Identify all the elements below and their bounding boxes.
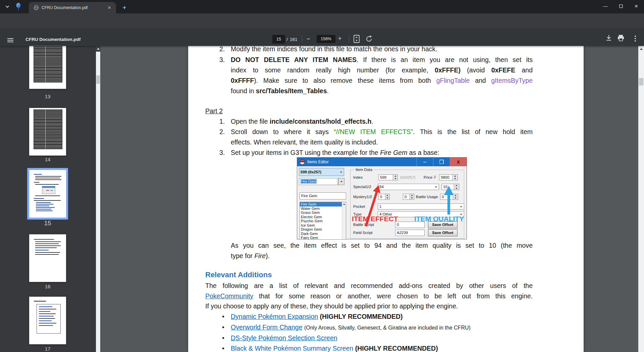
- address-bar: Archivo E:/Escritorio/Sistemas/Complete-…: [0, 13, 644, 28]
- thumbnail-page-17[interactable]: [29, 297, 66, 344]
- doc-line: PokeCommunity that for some reason or an…: [205, 292, 533, 301]
- fit-page-icon: [353, 35, 360, 43]
- doc-line: found in src/Tables/Item_Tables.: [231, 86, 329, 96]
- link-gflingtable[interactable]: gFlingTable: [436, 77, 470, 84]
- thumbnail-preview: [34, 46, 62, 82]
- pdf-toolbar: CFRU Documentation.pdf / 161 − 156% +: [0, 28, 644, 46]
- zoom-level-value[interactable]: 156%: [317, 35, 335, 43]
- text-segment: Open the file: [231, 118, 270, 125]
- text-segment: that for some reason or another, were ch…: [253, 292, 533, 300]
- page-number-input[interactable]: [272, 35, 285, 44]
- text-segment: (avoid: [461, 66, 491, 74]
- text-segment: Scroll down to where it says: [231, 128, 334, 135]
- text-segment: Modify the item indices found in this fi…: [231, 46, 437, 53]
- text-segment: effects. When relevant, the item quality…: [231, 138, 378, 146]
- window-close-button[interactable]: ✕: [629, 0, 644, 12]
- chevron-down-icon: [5, 4, 10, 9]
- doc-bullet-line: DS-Style Pokémon Selection Screen: [231, 334, 337, 343]
- thumbnail-page-16[interactable]: [29, 234, 66, 282]
- rotate-button[interactable]: [365, 35, 373, 44]
- browser-tab[interactable]: CFRU Documentation.pdf ✕: [29, 2, 116, 13]
- page-total: 161: [290, 37, 298, 42]
- text-segment: (HIGHLY RECOMMENDED): [355, 345, 438, 352]
- doc-line: Open the file include/constants/hold_eff…: [231, 117, 373, 126]
- text-segment: found in: [231, 87, 256, 95]
- doc-line: The following are a list of relevant and…: [205, 281, 533, 290]
- bullet-icon: •: [222, 323, 224, 332]
- up-arrow-icon: [640, 48, 643, 50]
- main-scrollbar[interactable]: [638, 46, 644, 352]
- pdf-content-area: 13 14: [0, 46, 644, 352]
- section-heading-relevant-additions: Relevant Additions: [205, 271, 272, 279]
- hamburger-icon: [7, 38, 13, 39]
- link-ds-style-selection-screen[interactable]: DS-Style Pokémon Selection Screen: [231, 334, 337, 342]
- doc-line: effects. When relevant, the item quality…: [231, 138, 378, 147]
- main-scrollbar-thumb[interactable]: [639, 78, 643, 85]
- doc-line: Modify the item indices found in this fi…: [231, 46, 533, 54]
- sidebar-scroll-up-button[interactable]: [96, 46, 100, 52]
- text-segment: and: [470, 77, 491, 84]
- text-segment: type for: [231, 252, 254, 259]
- window-minimize-button[interactable]: —: [598, 0, 613, 12]
- doc-bullet-line: Black & White Pokémon Summary Screen (HI…: [231, 344, 438, 352]
- link-dynamic-pokemon-expansion[interactable]: Dynamic Pokémon Expansion: [231, 313, 318, 320]
- tab-close-icon[interactable]: ✕: [107, 5, 112, 10]
- link-gitemsbytype[interactable]: gItemsByType: [491, 77, 533, 84]
- thumbnail-label: 14: [19, 157, 76, 162]
- text-segment: “//NEW ITEM EFFECTS”: [334, 128, 413, 135]
- zoom-out-button[interactable]: −: [307, 36, 310, 42]
- doc-bullet-line: Dynamic Pokémon Expansion (HIGHLY RECOMM…: [231, 312, 403, 321]
- text-segment: as a base:: [407, 149, 439, 156]
- text-segment: (Only Arceus, Silvally, Genesect, & Gira…: [304, 325, 471, 331]
- text-segment: include/constants/hold_effects.h: [270, 118, 371, 125]
- bullet-icon: •: [222, 312, 224, 321]
- toolbar-divider: [302, 35, 302, 43]
- text-segment: The following are a list of relevant and…: [205, 282, 533, 289]
- sidebar-scrollbar[interactable]: [96, 46, 100, 352]
- download-button[interactable]: [605, 34, 612, 43]
- thumbnail-page-14[interactable]: [29, 108, 66, 156]
- text-segment: If you choose to apply any of these, the…: [205, 302, 458, 310]
- maximize-icon: [619, 4, 623, 8]
- thumbnail-label-selected: 15: [19, 220, 76, 227]
- zoom-in-button[interactable]: +: [338, 36, 342, 42]
- list-number: 3.: [219, 148, 225, 157]
- thumbnail-page-13[interactable]: [29, 46, 66, 89]
- thumbnail-preview: [34, 109, 62, 149]
- text-segment: (HIGHLY RECOMMENDED): [320, 313, 403, 320]
- main-scroll-up-button[interactable]: [638, 46, 644, 52]
- link-bw-summary-screen[interactable]: Black & White Pokémon Summary Screen: [231, 345, 353, 352]
- thumbnail-label: 17: [19, 346, 76, 352]
- link-overworld-form-change[interactable]: Overworld Form Change: [231, 324, 303, 331]
- text-segment: index to some random really high number …: [231, 66, 435, 74]
- doc-bullet-line: Overworld Form Change (Only Arceus, Silv…: [231, 323, 471, 332]
- sidebar-scrollbar-thumb[interactable]: [96, 75, 100, 84]
- text-segment: 0xFFFF: [231, 77, 254, 84]
- thumbnail-label: 13: [19, 94, 76, 99]
- pdf-more-options-button[interactable]: [632, 35, 639, 43]
- thumbnail-label: 16: [19, 284, 76, 289]
- doc-line: As you can see, the item effect is set t…: [231, 241, 533, 250]
- print-icon: [617, 34, 625, 42]
- globe-favicon-icon: [34, 5, 39, 10]
- pdf-menu-button[interactable]: [7, 37, 13, 43]
- new-tab-button[interactable]: +: [120, 3, 129, 12]
- download-icon: [605, 34, 612, 42]
- text-segment: ).: [266, 252, 270, 259]
- tab-search-button[interactable]: [3, 2, 12, 11]
- doc-line: type for Fire).: [231, 251, 270, 260]
- text-segment: Set up your items in G3T using the examp…: [231, 149, 380, 156]
- thumbnail-page-15[interactable]: [29, 170, 66, 218]
- fit-page-button[interactable]: [353, 35, 360, 45]
- page-separator: /: [286, 37, 288, 42]
- text-segment: . If there is an item you are not using,…: [357, 56, 533, 63]
- pdf-doc-title: CFRU Documentation.pdf: [25, 37, 80, 42]
- print-button[interactable]: [617, 34, 625, 43]
- balloon-icon[interactable]: [15, 3, 21, 12]
- link-pokecommunity[interactable]: PokeCommunity: [205, 292, 253, 300]
- list-number: 1.: [219, 117, 225, 126]
- window-maximize-button[interactable]: [613, 0, 629, 12]
- text-segment: .: [327, 87, 329, 95]
- items-editor-screenshot: Items Editor – ❒ x 599 (0x257) Fire Gem …: [297, 157, 467, 239]
- pdf-page: 2. Modify the item indices found in this…: [188, 46, 584, 352]
